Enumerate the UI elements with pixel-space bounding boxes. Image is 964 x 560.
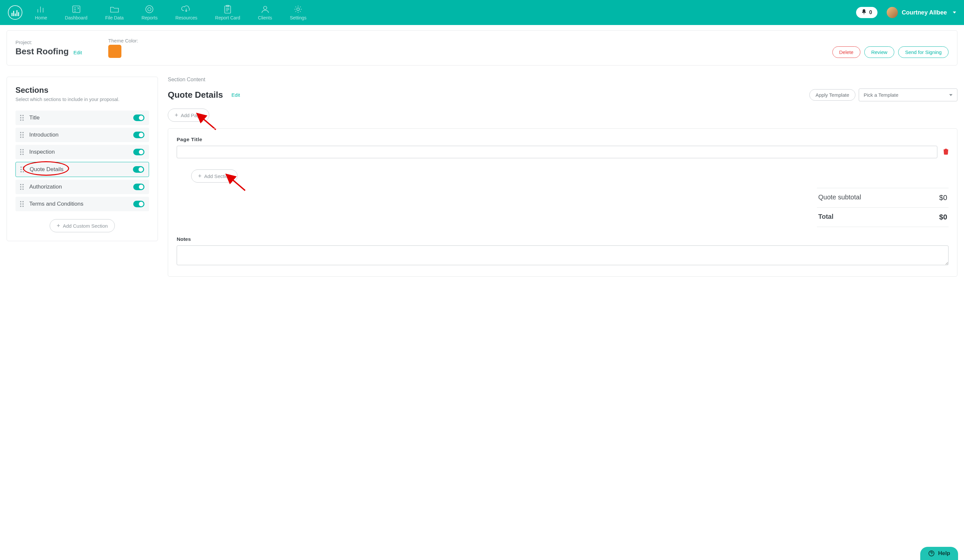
theme-color-swatch[interactable] [108,45,121,58]
section-row-introduction[interactable]: Introduction [15,128,149,142]
theme-label: Theme Color: [108,38,138,44]
nav-file-data[interactable]: File Data [105,5,124,20]
page-title-label: Page Title [177,137,949,142]
trash-icon [943,148,949,155]
target-icon [145,5,154,14]
drag-handle-icon[interactable] [20,115,25,121]
edit-project-link[interactable]: Edit [73,50,82,55]
notifications-count: 0 [869,10,872,15]
add-section-button[interactable]: + Add Section [191,169,238,182]
add-custom-section-button[interactable]: + Add Custom Section [50,219,114,232]
svg-point-1 [146,6,153,13]
template-select[interactable]: Pick a Template [859,88,957,101]
drag-handle-icon[interactable] [20,149,25,155]
section-label: Inspection [29,149,55,155]
section-toggle[interactable] [133,132,145,138]
plus-icon: + [175,112,178,118]
bar-chart-icon [37,5,46,14]
svg-point-2 [148,8,151,11]
user-name: Courtney Allbee [902,9,947,16]
nav-label: Clients [258,15,272,20]
section-label: Quote Details [29,166,64,173]
send-for-signing-button[interactable]: Send for Signing [898,46,949,58]
section-label: Terms and Conditions [29,201,83,207]
drag-handle-icon[interactable] [20,132,25,138]
user-icon [261,5,269,14]
project-label: Project: [15,39,82,45]
page-title-input[interactable] [177,146,937,158]
nav-dashboard[interactable]: Dashboard [65,5,88,20]
nav-label: Settings [290,15,307,20]
sections-panel: Sections Select which sections to includ… [7,77,158,241]
caret-down-icon [949,94,953,96]
section-label: Title [29,114,40,121]
add-page-label: Add Page [181,112,203,118]
section-row-terms[interactable]: Terms and Conditions [15,197,149,211]
nav-label: Reports [142,15,158,20]
section-toggle[interactable] [133,166,144,173]
nav-label: Report Card [215,15,240,20]
plus-icon: + [198,173,202,179]
checklist-icon [72,5,81,14]
nav-label: Resources [175,15,197,20]
nav-resources[interactable]: Resources [175,5,197,20]
nav-label: Home [35,15,47,20]
caret-down-icon [953,11,956,13]
section-label: Authorization [29,184,62,190]
nav-label: File Data [105,15,124,20]
subtotal-value: $0 [939,194,947,202]
notifications-button[interactable]: 0 [856,7,878,18]
svg-point-6 [297,8,300,11]
section-toggle[interactable] [133,201,145,207]
add-page-button[interactable]: + Add Page [168,109,209,122]
delete-page-button[interactable] [943,148,949,156]
subtotal-label: Quote subtotal [818,194,861,202]
section-toggle[interactable] [133,184,145,190]
add-section-label: Add Section [204,173,231,179]
total-value: $0 [939,213,947,221]
section-content-column: Section Content Quote Details Edit Apply… [168,77,957,277]
nav-report-card[interactable]: Report Card [215,5,240,20]
nav-clients[interactable]: Clients [258,5,272,20]
page-body: Project: Best Roofing Edit Theme Color: … [0,25,964,296]
section-row-authorization[interactable]: Authorization [15,180,149,194]
nav-reports[interactable]: Reports [142,5,158,20]
svg-rect-0 [73,6,80,13]
total-row: Total $0 [817,208,949,227]
section-row-quote-details[interactable]: Quote Details [15,162,149,177]
delete-button[interactable]: Delete [832,46,860,58]
section-row-title[interactable]: Title [15,111,149,125]
nav-items: Home Dashboard File Data Reports Resourc… [35,5,307,20]
edit-section-link[interactable]: Edit [231,92,240,98]
app-logo[interactable] [8,5,22,20]
project-name: Best Roofing [15,46,69,56]
cloud-download-icon [181,5,191,14]
notes-textarea[interactable] [177,246,949,265]
section-title: Quote Details [168,90,223,100]
apply-template-button[interactable]: Apply Template [809,89,855,101]
add-custom-label: Add Custom Section [63,223,108,229]
page-panel: Page Title + Add Section [168,128,957,277]
totals-block: Quote subtotal $0 Total $0 [817,188,949,227]
section-label: Introduction [29,132,59,138]
nav-label: Dashboard [65,15,88,20]
project-block: Project: Best Roofing Edit [15,39,82,57]
bell-icon [861,9,866,16]
theme-block: Theme Color: [108,38,138,58]
section-toggle[interactable] [133,149,145,155]
section-content-heading: Section Content [168,77,957,83]
section-toggle[interactable] [133,114,145,121]
drag-handle-icon[interactable] [20,184,25,190]
section-row-inspection[interactable]: Inspection [15,145,149,159]
nav-home[interactable]: Home [35,5,47,20]
template-select-placeholder: Pick a Template [864,92,899,98]
subtotal-row: Quote subtotal $0 [817,188,949,208]
drag-handle-icon[interactable] [20,166,25,173]
avatar [887,7,898,18]
drag-handle-icon[interactable] [20,201,25,207]
user-menu[interactable]: Courtney Allbee [887,7,956,18]
nav-settings[interactable]: Settings [290,5,307,20]
gear-icon [294,5,302,14]
top-nav: Home Dashboard File Data Reports Resourc… [0,0,964,25]
review-button[interactable]: Review [864,46,894,58]
